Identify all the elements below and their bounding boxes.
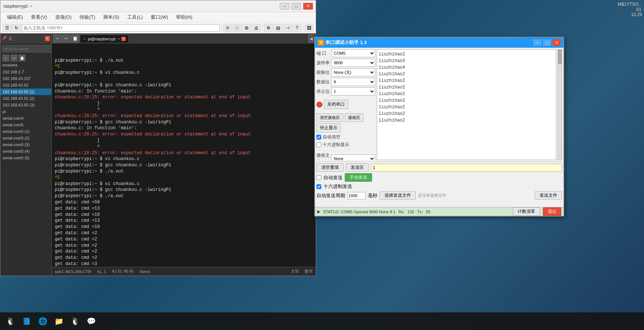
ssh-close-button[interactable]: ✕	[303, 3, 313, 10]
sessions-add-button[interactable]: +	[3, 55, 9, 61]
menu-transfer[interactable]: 传输(T)	[76, 13, 99, 21]
terminal-line: get data: cmd =10	[55, 224, 313, 230]
tab-paste-button[interactable]: 📋	[71, 35, 79, 43]
session-item[interactable]: 192.168.43.92 (3)	[0, 102, 51, 108]
auto-send-checkbox[interactable]	[316, 175, 321, 180]
tab-add-button[interactable]: +	[53, 35, 61, 43]
tab-close-button[interactable]: ✕	[121, 37, 126, 41]
serial-close-button[interactable]: ✕	[552, 39, 561, 46]
toolbar-new-session[interactable]: ☰	[3, 24, 11, 32]
session-search-input[interactable]	[2, 45, 56, 52]
port-select[interactable]: COM5	[331, 49, 375, 57]
open-port-button[interactable]: 关闭串口	[324, 100, 348, 109]
receive-data-item: liuzhihao4	[379, 64, 554, 71]
select-file-button[interactable]: 选择发送文件	[380, 191, 416, 200]
session-item[interactable]: 192.168.43.92	[0, 82, 51, 88]
toolbar-settings[interactable]: ⚙	[264, 24, 273, 32]
menu-tools[interactable]: 工具(L)	[124, 13, 146, 21]
clear-recv-button[interactable]: 清空接收区	[316, 113, 343, 122]
menu-script[interactable]: 脚本(S)	[100, 13, 123, 21]
toolbar-help[interactable]: ?	[293, 24, 301, 32]
taskbar-icon-files[interactable]: 📁	[51, 314, 66, 329]
hex-display-checkbox[interactable]	[316, 142, 321, 147]
exit-button[interactable]: 退出	[543, 207, 561, 216]
clear-reset-button[interactable]: 清空重填	[316, 163, 344, 172]
send-row3: 十六进制发送	[316, 183, 562, 190]
receive-data-item: liuzhihao2	[379, 97, 554, 104]
parity-select[interactable]: None (无)	[331, 68, 375, 76]
terminal-line: pi@raspberrypi:~ $ vi chuankou.c	[55, 70, 313, 76]
menu-help[interactable]: 帮助(H)	[172, 13, 196, 21]
position-info: 41, 1	[97, 269, 106, 274]
sessions-paste-button[interactable]: 📋	[19, 55, 25, 61]
tabs-collapse-button[interactable]: ◀	[308, 35, 314, 43]
session-item[interactable]: serial-com5 (5)	[0, 155, 51, 161]
session-item[interactable]: serial-com5 (1)	[0, 128, 51, 135]
send-input[interactable]	[371, 164, 562, 172]
toolbar-new-tab[interactable]: □	[233, 24, 242, 32]
receive-textarea[interactable]: liuzhihao2liuzhihao3liuzhihao4liuzhihao2…	[377, 49, 556, 160]
tab-cut-button[interactable]: ✂	[62, 35, 70, 43]
recv-area-button[interactable]: 接收区	[345, 113, 364, 122]
hex-send-checkbox[interactable]	[316, 184, 321, 189]
host-input[interactable]	[22, 24, 220, 32]
toolbar-pipe[interactable]: ⊣	[283, 24, 292, 32]
toolbar-boxes[interactable]: ▤	[273, 24, 282, 32]
panel-pin-icon[interactable]: 📌	[2, 36, 8, 41]
toolbar-split[interactable]: ⊞	[242, 24, 251, 32]
stop-display-button[interactable]: 停止显示	[316, 123, 341, 133]
serial-maximize-button[interactable]: □	[543, 39, 551, 46]
menu-edit[interactable]: 编辑(E)	[3, 13, 26, 21]
terminal-line: get data: cmd =13	[55, 218, 313, 224]
menu-view[interactable]: 查看(V)	[27, 13, 50, 21]
stop-bits-select[interactable]: 1	[331, 87, 375, 95]
auto-period-input[interactable]	[347, 192, 366, 199]
ssh-maximize-button[interactable]: □	[291, 3, 301, 10]
data-bits-row: 数据位 8	[316, 78, 375, 86]
taskbar: 🐧 📘 🌐 📁 🐧 💬	[0, 312, 644, 330]
sessions-cut-button[interactable]: ✂	[11, 55, 17, 61]
menu-window[interactable]: 窗口(W)	[147, 13, 172, 21]
data-bits-label: 数据位	[316, 79, 330, 85]
send-area-button[interactable]: 发送区	[346, 163, 369, 172]
session-item[interactable]: 192.168.43.157	[0, 75, 51, 82]
hex-display-row: 十六进制显示	[316, 142, 375, 148]
session-item[interactable]: serial-com5	[0, 122, 51, 128]
panel-close-button[interactable]: ✕	[45, 36, 50, 41]
toolbar-copy[interactable]: ⎘	[223, 24, 232, 32]
session-item[interactable]: 192.168.1.7	[0, 69, 51, 75]
taskbar-icon-vscode[interactable]: 📘	[19, 314, 34, 329]
receive-area: liuzhihao2liuzhihao3liuzhihao4liuzhihao2…	[377, 49, 556, 160]
toolbar-image[interactable]: 🖼	[305, 24, 314, 32]
send-row4: 自动发送周期 毫秒 选择发送文件 还没有选择文件 发送文件	[316, 191, 562, 200]
terminal-content[interactable]: pi@raspberrypi:~ $ ./a.out ^C pi@raspber…	[52, 44, 316, 267]
auto-period-label: 自动发送周期	[316, 192, 345, 199]
auto-clear-checkbox[interactable]	[316, 135, 321, 139]
baud-select[interactable]: 9600	[331, 59, 375, 67]
manual-send-button[interactable]: 手动发送	[345, 173, 372, 182]
session-item[interactable]: serial-com5 (4)	[0, 148, 51, 155]
send-file-button[interactable]: 发送文件	[535, 191, 562, 200]
receive-scrollbar[interactable]	[558, 49, 562, 160]
taskbar-icon-wechat[interactable]: 💬	[84, 314, 99, 329]
taskbar-icon-start[interactable]: 🐧	[3, 314, 18, 329]
session-search-bar: 🔍	[0, 44, 51, 54]
ssh-minimize-button[interactable]: ─	[280, 3, 289, 10]
data-bits-select[interactable]: 8	[331, 78, 375, 86]
taskbar-icon-qq[interactable]: 🐧	[68, 314, 82, 329]
session-item[interactable]: serial-com4	[0, 115, 51, 122]
serial-minimize-button[interactable]: ─	[533, 39, 541, 46]
menu-options[interactable]: 选项(O)	[51, 13, 75, 21]
toolbar-refresh[interactable]: ↻	[12, 24, 21, 32]
toolbar-print[interactable]: 🖨	[252, 24, 261, 32]
clear-count-button[interactable]: 计数清零	[513, 207, 540, 216]
tab-raspberrypi[interactable]: ✓ pi@raspberrypi: ~ ✕	[80, 35, 129, 43]
port-row: 端 口 COM5	[316, 49, 375, 57]
session-item[interactable]: 192.168.43.92 (2)	[0, 95, 51, 102]
session-item[interactable]: pi	[0, 108, 51, 115]
session-item[interactable]: serial-com5 (3)	[0, 141, 51, 148]
recv-file-select[interactable]: None	[331, 155, 375, 160]
session-item[interactable]: serial-com5 (2)	[0, 135, 51, 141]
session-item[interactable]: 192.168.43.92 (1)	[0, 88, 51, 95]
taskbar-icon-browser[interactable]: 🌐	[35, 314, 50, 329]
